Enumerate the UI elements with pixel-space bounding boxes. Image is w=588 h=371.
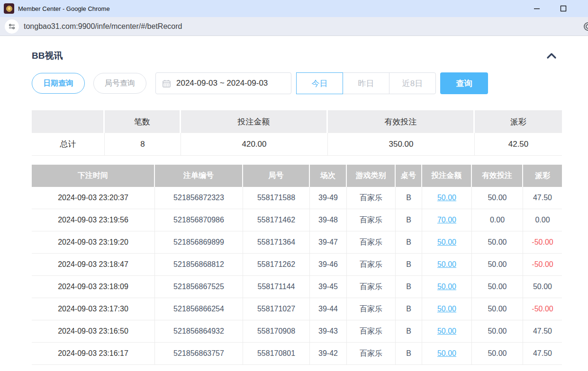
cell-session: 39-42 — [310, 343, 347, 365]
cell-session: 39-47 — [310, 231, 347, 254]
cell-valid-bet: 50.00 — [472, 254, 523, 276]
cell-round-id: 558171364 — [243, 231, 310, 254]
column-header: 局号 — [243, 165, 310, 187]
cell-table-id: B — [396, 298, 422, 320]
cell-session: 39-44 — [310, 298, 347, 320]
column-header: 派彩 — [523, 165, 562, 187]
cell-session: 39-49 — [310, 187, 347, 209]
cell-bet-id: 521856866254 — [155, 298, 243, 320]
cell-bet-time: 2024-09-03 23:16:50 — [32, 320, 155, 343]
summary-total-count: 8 — [105, 133, 181, 156]
quick-date-button[interactable]: 今日 — [296, 72, 343, 94]
column-header: 注单编号 — [155, 165, 243, 187]
cell-table-id: B — [396, 254, 422, 276]
cell-round-id: 558171144 — [243, 276, 310, 298]
cell-round-id: 558171262 — [243, 254, 310, 276]
table-row: 2024-09-03 23:17:30 521856866254 5581710… — [32, 298, 562, 320]
cell-payout: 47.50 — [523, 320, 562, 343]
cell-session: 39-45 — [310, 276, 347, 298]
bet-amount-link[interactable]: 50.00 — [437, 305, 456, 313]
cell-session: 39-48 — [310, 209, 347, 231]
page-title: BB视讯 — [32, 50, 63, 62]
cell-bet-id: 521856869899 — [155, 231, 243, 254]
bet-records-table: 下注时间 注单编号 局号 场次 游戏类别 桌号 投注金额 有效投注 派彩 — [32, 165, 562, 365]
summary-header-valid-bet: 有效投注 — [328, 110, 475, 133]
cell-bet-id: 521856863757 — [155, 343, 243, 365]
site-favicon-icon — [4, 3, 14, 14]
address-bar[interactable]: tongbao31.com:9900/infe/mcenter/#/betRec… — [0, 17, 588, 36]
column-header: 桌号 — [396, 165, 422, 187]
maximize-button[interactable] — [559, 4, 568, 13]
cell-table-id: B — [396, 320, 422, 343]
bet-amount-link[interactable]: 50.00 — [437, 349, 456, 358]
cell-round-id: 558170801 — [243, 343, 310, 365]
column-header: 下注时间 — [32, 165, 155, 187]
site-settings-tune-icon[interactable] — [5, 19, 19, 34]
cell-payout: 50.00 — [523, 276, 562, 298]
cell-payout: 47.50 — [523, 187, 562, 209]
cell-bet-time: 2024-09-03 23:20:37 — [32, 187, 155, 209]
cell-bet-id: 521856868812 — [155, 254, 243, 276]
date-range-picker[interactable]: 2024-09-03 ~ 2024-09-03 — [155, 72, 291, 94]
summary-total-row: 总计 8 420.00 350.00 42.50 — [32, 133, 562, 156]
chevron-up-icon — [546, 53, 557, 59]
url-text[interactable]: tongbao31.com:9900/infe/mcenter/#/betRec… — [24, 22, 182, 31]
cell-round-id: 558171588 — [243, 187, 310, 209]
bet-amount-link[interactable]: 50.00 — [437, 260, 456, 269]
summary-header-count: 笔数 — [105, 110, 181, 133]
records-body: 2024-09-03 23:20:37 521856872323 5581715… — [32, 187, 562, 365]
column-header: 场次 — [310, 165, 347, 187]
clipped-extension-icon[interactable] — [584, 22, 588, 31]
bet-amount-link[interactable]: 50.00 — [437, 238, 456, 247]
cell-payout: 0.00 — [523, 209, 562, 231]
cell-bet-time: 2024-09-03 23:16:17 — [32, 343, 155, 365]
column-header: 有效投注 — [472, 165, 523, 187]
cell-game-type: 百家乐 — [347, 209, 396, 231]
cell-valid-bet: 50.00 — [472, 231, 523, 254]
summary-header-row: 笔数 投注金额 有效投注 派彩 — [32, 110, 562, 133]
table-row: 2024-09-03 23:18:09 521856867525 5581711… — [32, 276, 562, 298]
cell-game-type: 百家乐 — [347, 276, 396, 298]
date-range-value: 2024-09-03 ~ 2024-09-03 — [176, 79, 268, 88]
summary-total-payout: 42.50 — [475, 133, 562, 156]
cell-valid-bet: 50.00 — [472, 187, 523, 209]
bet-amount-link[interactable]: 50.00 — [437, 283, 456, 291]
bet-amount-link[interactable]: 70.00 — [437, 216, 456, 224]
round-query-tab[interactable]: 局号查询 — [93, 73, 146, 94]
quick-date-button[interactable]: 近8日 — [389, 72, 436, 94]
quick-date-button[interactable]: 昨日 — [343, 72, 389, 94]
cell-game-type: 百家乐 — [347, 298, 396, 320]
cell-valid-bet: 50.00 — [472, 298, 523, 320]
summary-header-blank — [32, 110, 105, 133]
cell-session: 39-43 — [310, 320, 347, 343]
summary-total-bet-amount: 420.00 — [181, 133, 328, 156]
cell-game-type: 百家乐 — [347, 343, 396, 365]
cell-payout: 47.50 — [523, 343, 562, 365]
cell-bet-time: 2024-09-03 23:19:20 — [32, 231, 155, 254]
bet-amount-link[interactable]: 50.00 — [437, 194, 456, 202]
cell-valid-bet: 0.00 — [472, 209, 523, 231]
window-title: Member Center - Google Chrome — [18, 5, 532, 12]
cell-bet-time: 2024-09-03 23:18:09 — [32, 276, 155, 298]
summary-total-label: 总计 — [32, 133, 105, 156]
cell-bet-id: 521856867525 — [155, 276, 243, 298]
cell-bet-id: 521856870986 — [155, 209, 243, 231]
summary-header-bet-amount: 投注金额 — [181, 110, 328, 133]
cell-payout: -50.00 — [523, 254, 562, 276]
summary-table: 笔数 投注金额 有效投注 派彩 总计 8 420.00 350.00 42.50 — [32, 110, 562, 156]
search-button[interactable]: 查询 — [440, 72, 488, 94]
cell-table-id: B — [396, 231, 422, 254]
collapse-panel-button[interactable] — [545, 51, 558, 61]
cell-table-id: B — [396, 187, 422, 209]
table-row: 2024-09-03 23:16:17 521856863757 5581708… — [32, 343, 562, 365]
window-titlebar: Member Center - Google Chrome — [0, 0, 588, 17]
minimize-button[interactable] — [532, 4, 542, 13]
cell-bet-time: 2024-09-03 23:18:47 — [32, 254, 155, 276]
cell-valid-bet: 50.00 — [472, 320, 523, 343]
cell-table-id: B — [396, 209, 422, 231]
date-query-tab[interactable]: 日期查询 — [32, 73, 85, 94]
column-header: 游戏类别 — [347, 165, 396, 187]
cell-bet-time: 2024-09-03 23:17:30 — [32, 298, 155, 320]
bet-amount-link[interactable]: 50.00 — [437, 327, 456, 336]
cell-round-id: 558170908 — [243, 320, 310, 343]
